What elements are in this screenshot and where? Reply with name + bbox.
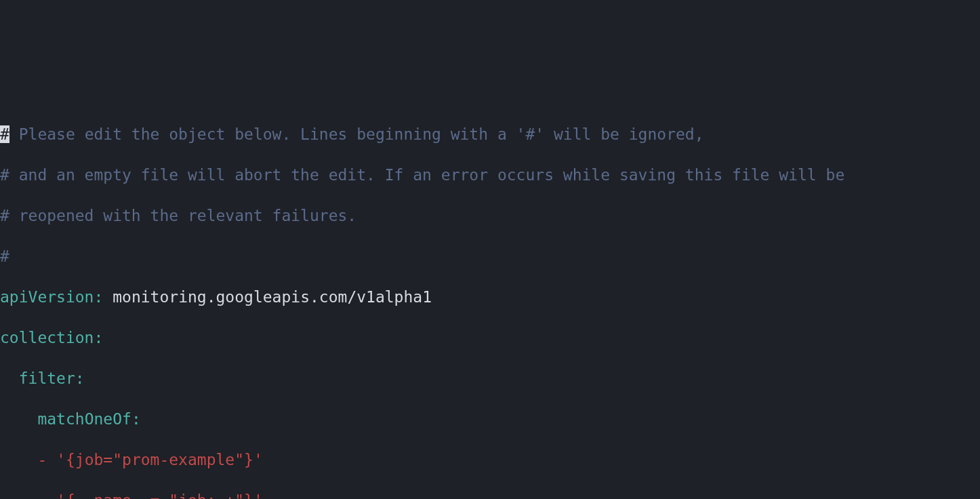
code-line: # reopened with the relevant failures.: [0, 205, 980, 226]
code-line: - '{job="prom-example"}': [0, 450, 980, 470]
list-dash: -: [37, 451, 47, 468]
comment-text: # reopened with the relevant failures.: [0, 207, 356, 224]
cursor: #: [0, 125, 9, 143]
code-line: #: [0, 246, 980, 266]
list-dash: -: [37, 492, 47, 499]
code-line: collection:: [0, 327, 980, 348]
code-line: filter:: [0, 368, 980, 388]
editor-viewport[interactable]: # Please edit the object below. Lines be…: [0, 102, 980, 499]
code-line: - '{__name__=~"job:.+"}': [0, 490, 980, 499]
yaml-string: '{__name__=~"job:.+"}': [56, 492, 263, 499]
yaml-key: filter: [19, 370, 75, 387]
yaml-key: collection: [0, 329, 94, 346]
code-line: apiVersion: monitoring.googleapis.com/v1…: [0, 287, 980, 307]
code-line: # and an empty file will abort the edit.…: [0, 165, 980, 185]
yaml-value: monitoring.googleapis.com/v1alpha1: [113, 288, 432, 306]
yaml-key: matchOneOf: [37, 410, 131, 428]
comment-text: #: [0, 247, 9, 265]
comment-text: Please edit the object below. Lines begi…: [9, 125, 704, 143]
code-line: matchOneOf:: [0, 409, 980, 429]
code-line: # Please edit the object below. Lines be…: [0, 124, 980, 144]
yaml-string: '{job="prom-example"}': [56, 451, 263, 468]
yaml-key: apiVersion: [0, 288, 94, 306]
comment-text: # and an empty file will abort the edit.…: [0, 166, 844, 184]
